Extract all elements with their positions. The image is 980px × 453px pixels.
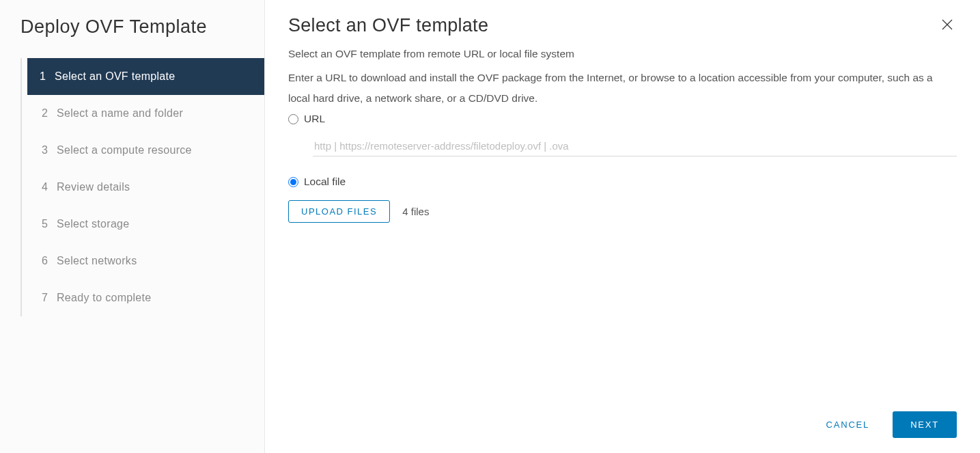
step-3-select-compute-resource[interactable]: 3 Select a compute resource	[20, 132, 264, 169]
url-radio-label: URL	[304, 113, 325, 125]
wizard-footer: CANCEL NEXT	[288, 398, 957, 453]
step-2-select-name-folder[interactable]: 2 Select a name and folder	[20, 95, 264, 132]
upload-row: UPLOAD FILES 4 files	[288, 200, 957, 223]
step-7-ready-to-complete[interactable]: 7 Ready to complete	[20, 279, 264, 316]
step-5-select-storage[interactable]: 5 Select storage	[20, 206, 264, 243]
url-input[interactable]	[313, 136, 957, 156]
wizard-title: Deploy OVF Template	[0, 16, 264, 58]
step-number: 5	[42, 218, 57, 230]
local-file-radio-label: Local file	[304, 176, 346, 188]
local-file-option-row[interactable]: Local file	[288, 176, 957, 188]
step-number: 3	[42, 144, 57, 156]
files-count: 4 files	[402, 206, 429, 217]
step-6-select-networks[interactable]: 6 Select networks	[20, 243, 264, 279]
url-option-row[interactable]: URL	[288, 113, 957, 125]
cancel-button[interactable]: CANCEL	[821, 413, 876, 437]
wizard-sidebar: Deploy OVF Template 1 Select an OVF temp…	[0, 0, 265, 453]
step-4-review-details[interactable]: 4 Review details	[20, 169, 264, 206]
step-number: 7	[42, 292, 57, 304]
close-icon	[940, 18, 954, 31]
step-1-select-ovf-template[interactable]: 1 Select an OVF template	[27, 58, 264, 95]
step-number: 1	[40, 70, 55, 83]
step-number: 4	[42, 181, 57, 193]
upload-files-button[interactable]: UPLOAD FILES	[288, 200, 390, 223]
main-header: Select an OVF template	[288, 15, 957, 46]
step-label: Review details	[57, 181, 130, 193]
step-label: Select an OVF template	[55, 70, 175, 83]
step-label: Select networks	[57, 255, 137, 267]
page-description: Enter a URL to download and install the …	[288, 68, 957, 109]
source-radio-group: URL Local file UPLOAD FILES 4 files	[288, 113, 957, 223]
step-label: Select storage	[57, 218, 129, 230]
step-label: Select a compute resource	[57, 144, 192, 156]
step-number: 6	[42, 255, 57, 267]
page-subtitle: Select an OVF template from remote URL o…	[288, 46, 957, 62]
local-file-radio[interactable]	[288, 177, 298, 187]
wizard-main-panel: Select an OVF template Select an OVF tem…	[265, 0, 980, 453]
wizard-steps: 1 Select an OVF template 2 Select a name…	[0, 58, 264, 316]
step-label: Ready to complete	[57, 292, 152, 304]
next-button[interactable]: NEXT	[893, 411, 957, 438]
step-number: 2	[42, 107, 57, 120]
close-button[interactable]	[938, 15, 957, 37]
page-title: Select an OVF template	[288, 15, 488, 36]
url-radio[interactable]	[288, 114, 298, 124]
step-label: Select a name and folder	[57, 107, 183, 120]
